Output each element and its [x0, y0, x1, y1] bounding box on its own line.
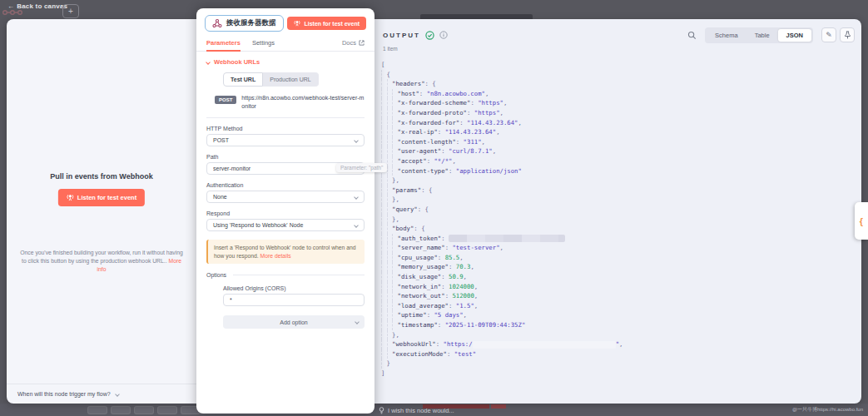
node-title-box[interactable]: 接收服务器数据: [205, 15, 284, 32]
respond-notice: Insert a 'Respond to Webhook' node to co…: [206, 240, 365, 264]
webhook-urls-label: Webhook URLs: [214, 58, 260, 66]
authentication-label: Authentication: [206, 182, 365, 188]
edit-output-button[interactable]: ✎: [821, 27, 836, 42]
listen-for-test-event-button[interactable]: Listen for test event: [58, 189, 145, 206]
output-item-count: 1 item: [383, 46, 398, 52]
screen: ←Back to canvas + I wish this node would…: [0, 0, 868, 416]
test-url-button[interactable]: Test URL: [223, 72, 263, 87]
chevron-down-icon: [206, 60, 211, 65]
pencil-icon: ✎: [826, 31, 832, 39]
docs-link[interactable]: Docs: [342, 39, 365, 47]
production-url-button[interactable]: Production URL: [263, 72, 318, 87]
add-option-label: Add option: [280, 319, 307, 325]
search-icon[interactable]: [687, 31, 697, 40]
json-view: [{"headers": {"host": "n8n.acowbo.com","…: [381, 60, 858, 379]
wish-label: I wish this node would...: [388, 407, 454, 414]
node-tabs: Parameters Settings Docs: [196, 35, 374, 52]
http-method-value: POST: [213, 137, 229, 143]
add-option-button[interactable]: Add option: [223, 315, 365, 329]
wish-feedback-bar[interactable]: I wish this node would...: [379, 407, 454, 414]
options-section-header: Options: [206, 272, 365, 278]
back-to-canvas-link[interactable]: ←Back to canvas: [7, 2, 67, 10]
webhook-url-row[interactable]: POST https://n8n.acowbo.com/webhook-test…: [215, 94, 365, 110]
view-json[interactable]: JSON: [778, 29, 811, 42]
pin-icon: [844, 31, 851, 39]
http-method-label: HTTP Method: [206, 126, 365, 131]
curly-brace-icon: {: [860, 216, 863, 226]
variable-selector-flyout[interactable]: {: [855, 202, 868, 240]
listen-pulse-icon: [294, 20, 300, 27]
view-mode-toggle: Schema Table JSON: [705, 27, 813, 43]
path-label: Path: [206, 154, 365, 160]
canvas-topbar: ←Back to canvas +: [0, 0, 868, 19]
cors-input[interactable]: [230, 297, 358, 303]
options-label: Options: [206, 272, 226, 278]
listen-for-test-event-button-top[interactable]: Listen for test event: [287, 17, 366, 30]
canvas-bottombar: I wish this node would... @一只牛博https://h…: [0, 404, 868, 416]
trigger-info-label: When will this node trigger my flow?: [17, 391, 111, 397]
dimmed-canvas-keys: [134, 406, 154, 414]
dimmed-canvas-keys: [87, 406, 107, 414]
success-check-icon: [425, 31, 434, 40]
chevron-down-icon: [355, 319, 360, 324]
watermark-text: @一只牛博https://hi.acowbo.fun: [792, 406, 863, 414]
dimmed-progress-bar: [491, 404, 506, 409]
cors-field: [223, 294, 365, 306]
input-panel: Pull in events from Webhook Listen for t…: [7, 19, 196, 404]
chevron-down-icon: [115, 392, 120, 397]
new-tab-button[interactable]: +: [62, 4, 79, 18]
chevron-down-icon: [354, 138, 359, 143]
view-schema[interactable]: Schema: [707, 29, 746, 42]
production-url-hint: Once you've finished building your workf…: [17, 249, 186, 274]
authentication-value: None: [213, 194, 227, 200]
url-env-toggle: Test URL Production URL: [223, 72, 365, 87]
listen-pulse-icon: [67, 194, 74, 201]
dimmed-canvas-keys: [111, 406, 131, 414]
path-parameter-tooltip: Parameter: "path": [336, 163, 387, 172]
output-panel: OUTPUT Schema Table JSON ✎ 1 item [{"hea…: [374, 19, 861, 404]
webhook-url-text: https://n8n.acowbo.com/webhook-test/serv…: [241, 94, 365, 110]
dimmed-canvas-keys: [157, 406, 177, 414]
cors-label: Allowed Origins (CORS): [223, 285, 365, 291]
tab-parameters[interactable]: Parameters: [206, 35, 241, 51]
lightbulb-icon: [379, 407, 384, 414]
method-badge: POST: [215, 96, 236, 104]
back-arrow-icon: ←: [7, 2, 14, 10]
tab-settings[interactable]: Settings: [252, 35, 275, 51]
chevron-down-icon: [354, 195, 359, 200]
node-title: 接收服务器数据: [226, 18, 276, 28]
info-icon[interactable]: [439, 31, 448, 39]
chevron-down-icon: [354, 223, 359, 228]
output-header: OUTPUT Schema Table JSON ✎: [383, 27, 855, 42]
pin-data-button[interactable]: [840, 27, 855, 42]
node-header: 接收服务器数据 Listen for test event: [196, 8, 374, 35]
respond-label: Respond: [206, 210, 365, 216]
respond-value: Using 'Respond to Webhook' Node: [213, 222, 303, 228]
listen-button-label: Listen for test event: [304, 21, 360, 27]
input-panel-heading: Pull in events from Webhook: [7, 172, 196, 181]
output-title: OUTPUT: [383, 32, 420, 39]
listen-button-label: Listen for test event: [77, 194, 136, 201]
trigger-info-footer[interactable]: When will this node trigger my flow?: [7, 384, 196, 404]
webhook-node-icon: [212, 18, 222, 28]
respond-select[interactable]: Using 'Respond to Webhook' Node: [206, 219, 365, 231]
webhook-urls-section-header[interactable]: Webhook URLs: [206, 58, 365, 66]
authentication-select[interactable]: None: [206, 191, 365, 203]
more-details-link[interactable]: More details: [260, 253, 291, 259]
divider: [206, 117, 365, 118]
node-settings-panel: 接收服务器数据 Listen for test event Parameters…: [196, 8, 374, 414]
view-table[interactable]: Table: [746, 29, 778, 42]
http-method-select[interactable]: POST: [206, 134, 365, 146]
parameters-body: Webhook URLs Test URL Production URL POS…: [196, 52, 374, 329]
node-details-view: Pull in events from Webhook Listen for t…: [7, 19, 861, 404]
